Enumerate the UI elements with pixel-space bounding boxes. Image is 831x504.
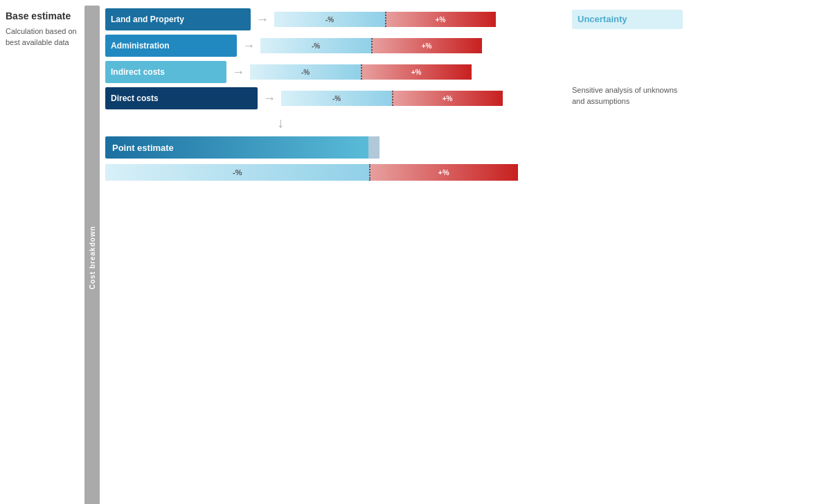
bar-indirect-label: Indirect costs <box>111 67 165 77</box>
bar-direct-label: Direct costs <box>111 93 159 103</box>
bar-direct: Direct costs <box>105 87 258 109</box>
ub-land-dotted <box>385 12 386 27</box>
bar-admin: Administration <box>105 35 237 57</box>
point-estimate-bar-end <box>368 136 379 159</box>
ub-land-neg: -% <box>274 12 385 27</box>
arrow-land: → <box>256 12 269 27</box>
arrow-down-to-point: ↓ <box>105 115 561 131</box>
cost-breakdown-label: Cost breakdown <box>84 6 100 504</box>
ub-indirect-pos: +% <box>361 64 472 80</box>
arrow-direct: → <box>263 91 276 106</box>
uncertainty-desc: Sensitive analysis of unknowns and assum… <box>572 84 683 107</box>
point-estimate-label: Point estimate <box>112 143 174 153</box>
bar-row-direct: Direct costs → -% +% <box>105 87 561 109</box>
base-estimate-label-col: Base estimate Calculation based on best … <box>0 6 83 504</box>
bar-row-admin: Administration → -% +% <box>105 35 561 57</box>
ub-admin: -% +% <box>260 38 482 53</box>
ub-direct-dotted <box>392 91 393 106</box>
bar-indirect: Indirect costs <box>105 61 226 83</box>
ub-indirect-neg: -% <box>250 64 361 80</box>
ub-direct-neg: -% <box>281 91 392 106</box>
point-ub-dotted <box>369 164 370 181</box>
ub-indirect: -% +% <box>250 64 472 80</box>
base-estimate-desc: Calculation based on best available data <box>6 26 78 48</box>
bar-admin-label: Administration <box>111 41 170 51</box>
point-estimate-bar: Point estimate <box>105 136 368 159</box>
uncertainty-col: Uncertainty Sensitive analysis of unknow… <box>565 6 690 504</box>
base-estimate-title: Base estimate <box>6 10 78 22</box>
bar-land: Land and Property <box>105 8 251 30</box>
point-ub-pos: +% <box>369 164 518 181</box>
ub-land: -% +% <box>274 12 496 27</box>
bar-row-indirect: Indirect costs → -% +% <box>105 61 561 83</box>
arrow-admin: → <box>242 39 255 53</box>
ub-direct-pos: +% <box>392 91 503 106</box>
ub-indirect-dotted <box>361 64 362 80</box>
ub-admin-pos: +% <box>371 38 482 53</box>
section-base-estimate: Base estimate Calculation based on best … <box>0 0 831 504</box>
bar-row-land: Land and Property → -% +% <box>105 8 561 30</box>
point-estimate-row: Point estimate <box>105 136 561 159</box>
base-bars-col: Land and Property → -% +% Administration… <box>101 6 565 504</box>
ub-admin-dotted <box>371 38 373 53</box>
cost-breakdown-vert-col: Cost breakdown <box>83 6 101 504</box>
ub-direct: -% +% <box>281 91 503 106</box>
point-ub-neg: -% <box>105 164 369 181</box>
arrow-indirect: → <box>232 65 244 80</box>
ub-land-pos: +% <box>385 12 496 27</box>
point-ub-row: -% +% <box>105 164 518 181</box>
bar-land-label: Land and Property <box>111 15 184 24</box>
main-layout: Base estimate Calculation based on best … <box>0 0 831 504</box>
uncertainty-title: Uncertainty <box>572 10 683 29</box>
ub-admin-neg: -% <box>260 38 371 53</box>
